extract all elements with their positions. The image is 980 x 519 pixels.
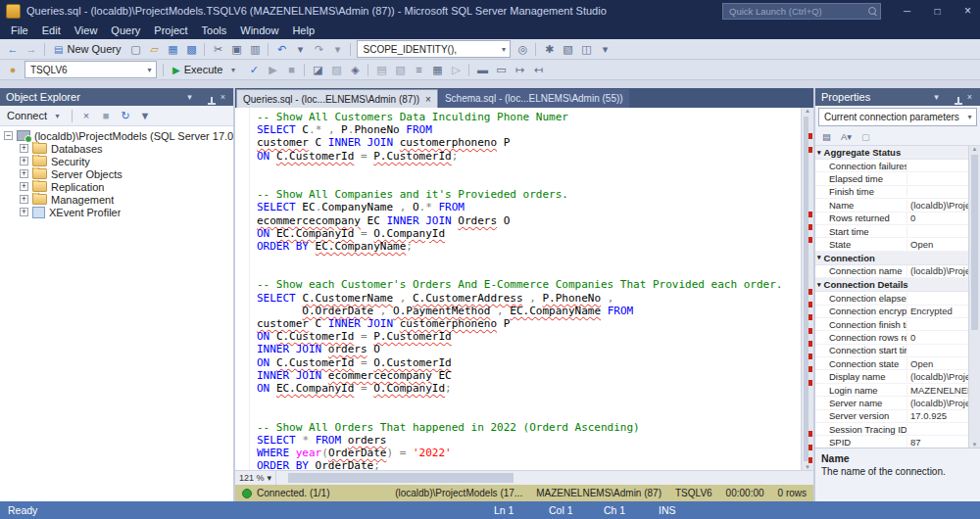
tree-node[interactable]: +Replication bbox=[0, 180, 233, 193]
expand-icon[interactable]: + bbox=[20, 144, 28, 153]
vertical-scrollbar[interactable] bbox=[968, 146, 980, 448]
property-row[interactable]: Login nameMAZENELNEMS\Admin bbox=[815, 384, 968, 397]
alphabetical-icon[interactable]: A▾ bbox=[839, 128, 854, 145]
parse-icon[interactable]: ✓ bbox=[245, 62, 263, 78]
code-line[interactable]: SELECT EC.CompanyName , O.* FROM bbox=[257, 201, 801, 213]
code-line[interactable]: customer C INNER JOIN customerphoneno P bbox=[257, 136, 801, 149]
tree-node[interactable]: +Management bbox=[0, 193, 233, 206]
paste-icon[interactable]: ▥ bbox=[246, 41, 264, 58]
code-line[interactable] bbox=[257, 407, 801, 420]
minimize-button[interactable]: ─ bbox=[895, 0, 919, 22]
execute-button[interactable]: ▶Execute▾ bbox=[168, 61, 244, 78]
scrollbar-thumb[interactable] bbox=[288, 473, 514, 483]
menu-view[interactable]: View bbox=[68, 24, 105, 37]
close-icon[interactable]: × bbox=[217, 92, 229, 102]
chevron-down-icon[interactable]: ▾ bbox=[183, 92, 196, 102]
expand-icon[interactable]: + bbox=[20, 208, 28, 216]
code-line[interactable] bbox=[257, 265, 801, 278]
property-row[interactable]: Connection failures bbox=[815, 160, 968, 172]
menu-window[interactable]: Window bbox=[233, 24, 285, 37]
zoom-level-select[interactable]: 121 % ▾ bbox=[235, 471, 276, 485]
new-query-button[interactable]: ▤New Query bbox=[49, 40, 125, 58]
results-to-grid-icon[interactable]: ▦ bbox=[428, 62, 446, 78]
change-connection-icon[interactable]: ◪ bbox=[309, 62, 326, 78]
code-line[interactable]: ecommercecompany EC INNER JOIN Orders O bbox=[257, 214, 801, 227]
save-all-icon[interactable]: ▩ bbox=[182, 41, 200, 58]
property-row[interactable]: Connection finish ti bbox=[815, 318, 968, 331]
results-to-text-icon[interactable]: ≡ bbox=[410, 62, 427, 78]
code-line[interactable]: ON C.CustomerId = P.CustomerId; bbox=[257, 150, 801, 163]
nav-forward-icon[interactable]: → bbox=[23, 41, 40, 58]
property-row[interactable]: SPID87 bbox=[815, 436, 968, 448]
code-line[interactable]: INNER JOIN orders O bbox=[257, 343, 801, 355]
nav-backward-icon[interactable]: ← bbox=[4, 41, 22, 58]
property-row[interactable]: Name(localdb)\ProjectModel bbox=[815, 199, 968, 212]
database-combo[interactable]: TSQLV6▾ bbox=[24, 61, 157, 78]
property-row[interactable]: Display name(localdb)\ProjectModel bbox=[815, 370, 968, 383]
code-line[interactable]: SELECT C.CustomerName , C.CustomerAddres… bbox=[257, 292, 801, 305]
property-row[interactable]: Start time bbox=[815, 225, 968, 238]
menu-tools[interactable]: Tools bbox=[195, 24, 234, 37]
results-to-file-icon[interactable]: ▷ bbox=[447, 62, 465, 78]
properties-object-select[interactable]: Current connection parameters ▾ bbox=[818, 108, 977, 126]
menu-help[interactable]: Help bbox=[285, 24, 321, 37]
outdent-icon[interactable]: ↤ bbox=[529, 62, 547, 78]
vertical-scrollbar[interactable] bbox=[801, 108, 813, 470]
property-row[interactable]: Connection stateOpen bbox=[815, 357, 968, 370]
expand-icon[interactable]: + bbox=[20, 169, 28, 178]
property-row[interactable]: Elapsed time bbox=[815, 172, 968, 185]
code-line[interactable]: -- Show All Companies and it's Provieded… bbox=[257, 188, 801, 201]
maximize-button[interactable]: □ bbox=[925, 0, 950, 22]
code-line[interactable]: -- Show each Customer's Orders And E-Com… bbox=[257, 278, 801, 291]
menu-file[interactable]: File bbox=[4, 24, 35, 37]
property-category[interactable]: ▾Connection bbox=[815, 252, 968, 265]
chevron-down-icon[interactable]: ▾ bbox=[328, 41, 346, 58]
code-line[interactable]: WHERE year(OrderDate) = '2022' bbox=[257, 447, 801, 459]
debug-icon[interactable]: ▶ bbox=[264, 62, 281, 78]
quick-launch[interactable] bbox=[722, 3, 881, 20]
code-line[interactable]: SELECT C.* , P.PhoneNo FROM bbox=[257, 123, 801, 136]
disconnect-icon[interactable]: × bbox=[77, 108, 95, 124]
tree-node[interactable]: −(localdb)\ProjectModels (SQL Server 17.… bbox=[0, 129, 233, 142]
property-category[interactable]: ▾Connection Details bbox=[815, 278, 968, 292]
uncomment-icon[interactable]: ▭ bbox=[492, 62, 510, 78]
tree-node[interactable]: +Databases bbox=[0, 142, 233, 155]
chevron-down-icon[interactable]: ▾ bbox=[291, 41, 309, 58]
menu-edit[interactable]: Edit bbox=[35, 24, 68, 37]
code-line[interactable] bbox=[257, 253, 801, 265]
tree-node[interactable]: +Server Objects bbox=[0, 167, 233, 180]
quick-launch-input[interactable] bbox=[727, 5, 868, 18]
menu-project[interactable]: Project bbox=[147, 24, 194, 37]
property-row[interactable]: Server name(localdb)\ProjectModel bbox=[815, 397, 968, 409]
close-icon[interactable]: × bbox=[963, 92, 976, 102]
recent-text-combo[interactable]: SCOPE_IDENTITY(),▾ bbox=[357, 40, 511, 58]
horizontal-scrollbar[interactable] bbox=[276, 471, 813, 485]
redo-icon[interactable]: ↷ bbox=[310, 41, 327, 58]
code-area[interactable]: -- Show All Customers Data Inculding Pho… bbox=[257, 108, 801, 470]
property-row[interactable]: Connection elapsed bbox=[815, 292, 968, 305]
filter-icon[interactable]: ▼ bbox=[136, 108, 154, 124]
chevron-down-icon[interactable]: ▾ bbox=[930, 92, 943, 102]
scrollbar-thumb[interactable] bbox=[971, 155, 978, 330]
code-line[interactable]: SELECT * FROM orders bbox=[257, 434, 801, 447]
indent-icon[interactable]: ↦ bbox=[511, 62, 528, 78]
close-button[interactable]: × bbox=[956, 0, 980, 22]
toolbar-overflow-icon[interactable]: ▾ bbox=[596, 41, 613, 58]
tools-icon[interactable]: ✱ bbox=[540, 41, 558, 58]
activity-monitor-icon[interactable]: ▧ bbox=[559, 41, 576, 58]
categorize-icon[interactable]: ▤ bbox=[819, 128, 834, 145]
property-category[interactable]: ▾Aggregate Status bbox=[815, 146, 968, 160]
collapse-icon[interactable]: − bbox=[4, 131, 13, 140]
code-line[interactable]: ORDER BY EC.CompanyName; bbox=[257, 240, 801, 253]
close-icon[interactable]: × bbox=[425, 94, 431, 105]
property-row[interactable]: Connection start tir bbox=[815, 345, 968, 357]
stop-icon[interactable]: ■ bbox=[282, 62, 300, 78]
property-row[interactable]: Rows returned0 bbox=[815, 212, 968, 225]
query-options-icon[interactable]: ▨ bbox=[327, 62, 345, 78]
property-row[interactable]: Connection encryptEncrypted bbox=[815, 306, 968, 318]
find-icon[interactable]: ◎ bbox=[514, 41, 531, 58]
save-icon[interactable]: ▦ bbox=[164, 41, 181, 58]
expand-icon[interactable]: + bbox=[20, 195, 28, 204]
cut-icon[interactable]: ✂ bbox=[209, 41, 226, 58]
code-line[interactable]: -- Show All Customers Data Inculding Pho… bbox=[257, 111, 801, 123]
